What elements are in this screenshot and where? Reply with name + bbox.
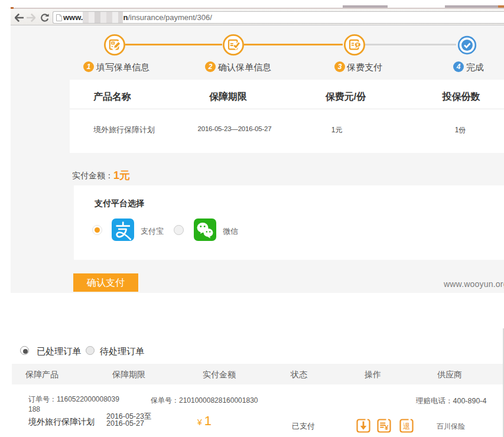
svg-text:退: 退 xyxy=(403,422,411,431)
svg-text:¥: ¥ xyxy=(385,424,389,431)
